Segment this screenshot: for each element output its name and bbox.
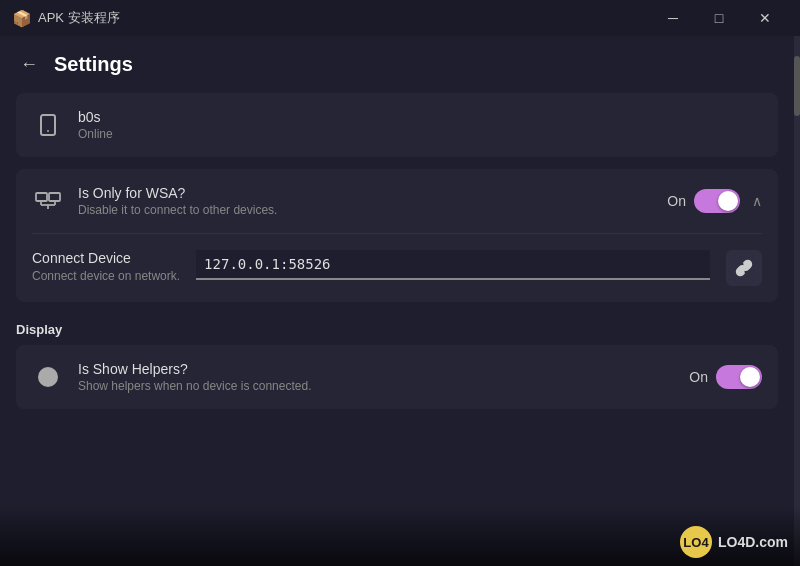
- connect-label: Connect Device: [32, 250, 180, 266]
- helpers-toggle[interactable]: [716, 365, 762, 389]
- helpers-toggle-container: On: [689, 365, 762, 389]
- titlebar: 📦 APK 安装程序 ─ □ ✕: [0, 0, 800, 36]
- helpers-toggle-label: On: [689, 369, 708, 385]
- close-button[interactable]: ✕: [742, 3, 788, 33]
- link-icon: [735, 259, 753, 277]
- page-title: Settings: [54, 53, 133, 76]
- device-status: Online: [78, 127, 762, 141]
- helpers-toggle-thumb: [740, 367, 760, 387]
- maximize-icon: □: [715, 10, 723, 26]
- helpers-row: Is Show Helpers? Show helpers when no de…: [32, 361, 762, 393]
- connect-device-row: Connect Device Connect device on network…: [32, 250, 762, 286]
- chevron-up-icon: ∧: [752, 193, 762, 209]
- app-body: ← Settings b0s Online: [0, 36, 800, 566]
- titlebar-title: APK 安装程序: [38, 9, 642, 27]
- wsa-toggle-container: On ∧: [667, 189, 762, 213]
- helpers-subtitle: Show helpers when no device is connected…: [78, 379, 675, 393]
- wsa-text: Is Only for WSA? Disable it to connect t…: [78, 185, 653, 217]
- wsa-toggle-thumb: [718, 191, 738, 211]
- scrollbar-track[interactable]: [794, 36, 800, 566]
- wsa-title: Is Only for WSA?: [78, 185, 653, 201]
- minimize-button[interactable]: ─: [650, 3, 696, 33]
- helpers-icon: [32, 361, 64, 393]
- scrollbar-thumb[interactable]: [794, 56, 800, 116]
- minimize-icon: ─: [668, 10, 678, 26]
- svg-rect-2: [36, 193, 47, 201]
- device-row: b0s Online: [32, 109, 762, 141]
- display-section-label: Display: [0, 314, 794, 345]
- svg-point-10: [48, 381, 49, 382]
- device-name: b0s: [78, 109, 762, 125]
- page-header: ← Settings: [0, 36, 794, 93]
- wsa-subtitle: Disable it to connect to other devices.: [78, 203, 653, 217]
- connect-device-input[interactable]: [196, 250, 710, 280]
- wsa-toggle[interactable]: [694, 189, 740, 213]
- connect-link-button[interactable]: [726, 250, 762, 286]
- helpers-card: Is Show Helpers? Show helpers when no de…: [16, 345, 778, 409]
- wsa-icon: [32, 185, 64, 217]
- window-controls: ─ □ ✕: [650, 3, 788, 33]
- helpers-title: Is Show Helpers?: [78, 361, 675, 377]
- back-button[interactable]: ←: [16, 50, 42, 79]
- wsa-toggle-label: On: [667, 193, 686, 209]
- connect-label-group: Connect Device Connect device on network…: [32, 250, 180, 285]
- device-icon: [32, 109, 64, 141]
- svg-rect-3: [49, 193, 60, 201]
- app-icon: 📦: [12, 9, 30, 27]
- wsa-card: Is Only for WSA? Disable it to connect t…: [16, 169, 778, 302]
- wsa-row: Is Only for WSA? Disable it to connect t…: [32, 185, 762, 217]
- device-text: b0s Online: [78, 109, 762, 141]
- device-card: b0s Online: [16, 93, 778, 157]
- maximize-button[interactable]: □: [696, 3, 742, 33]
- close-icon: ✕: [759, 10, 771, 26]
- connect-device-section: Connect Device Connect device on network…: [32, 233, 762, 286]
- connect-sublabel: Connect device on network.: [32, 268, 180, 285]
- helpers-text: Is Show Helpers? Show helpers when no de…: [78, 361, 675, 393]
- back-arrow-icon: ←: [20, 54, 38, 75]
- main-content: ← Settings b0s Online: [0, 36, 794, 566]
